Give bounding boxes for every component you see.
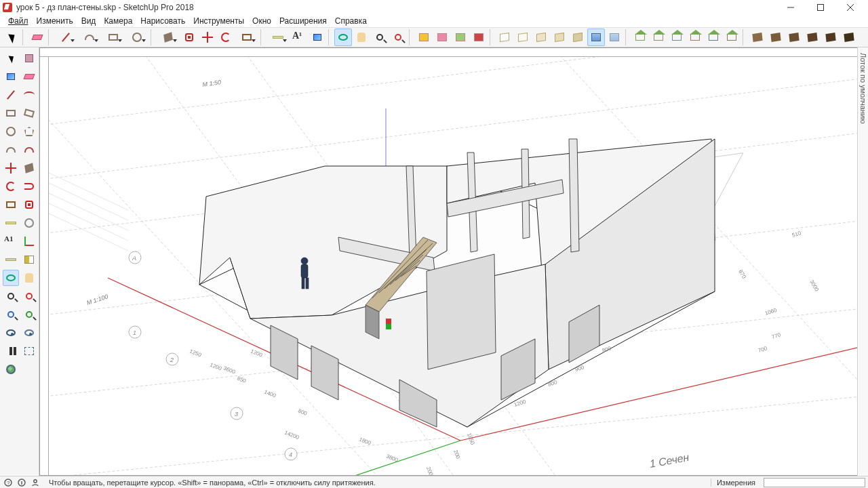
help-icon[interactable]: ? [3, 477, 14, 488]
solid-trim-button[interactable] [822, 28, 840, 46]
menu-edit[interactable]: Изменить [33, 16, 77, 26]
workspace: A1 [0, 47, 868, 476]
svg-rect-1 [818, 5, 824, 11]
paint-bucket-button[interactable] [309, 28, 326, 46]
svg-point-87 [34, 479, 37, 482]
side-rotate-button[interactable] [3, 178, 19, 195]
user-icon[interactable] [30, 477, 41, 488]
rectangle-tool-button[interactable] [102, 28, 125, 46]
close-button[interactable] [835, 0, 865, 15]
side-rect-button[interactable] [3, 105, 19, 121]
orbit-button[interactable] [334, 28, 352, 46]
style-wire-button[interactable] [496, 28, 513, 46]
tray-tab[interactable]: Лоток по умолчанию [857, 47, 868, 476]
menu-camera[interactable]: Камера [100, 16, 136, 26]
solid-split-button[interactable] [840, 28, 858, 46]
side-orbit-button[interactable] [3, 270, 19, 286]
side-axes-button[interactable] [21, 233, 37, 249]
solid-intersect-button[interactable] [767, 28, 785, 46]
view-iso-button[interactable] [631, 28, 649, 46]
viewport[interactable]: М 1:100 М 1:50 1 Сечен 1200 850 1400 800… [39, 47, 868, 476]
measurements-input[interactable] [764, 478, 865, 487]
menu-tools[interactable]: Инструменты [189, 16, 248, 26]
style-shaded-button[interactable] [532, 28, 550, 46]
menu-draw[interactable]: Нарисовать [136, 16, 189, 26]
window-title: урок 5 - дз план-стены.skp - SketchUp Pr… [16, 3, 776, 12]
side-pan-button[interactable] [21, 270, 37, 286]
arc-tool-button[interactable] [78, 28, 101, 46]
info-icon[interactable] [16, 477, 27, 488]
side-walk-button[interactable] [3, 343, 19, 359]
view-front-button[interactable] [668, 28, 686, 46]
side-section-button[interactable] [21, 251, 37, 268]
3dwarehouse-2-button[interactable] [433, 28, 451, 46]
move-button[interactable] [199, 28, 216, 46]
push-pull-button[interactable] [157, 28, 180, 46]
3dwarehouse-3-button[interactable] [452, 28, 469, 46]
side-rotrect-button[interactable] [21, 105, 37, 121]
side-freehand-button[interactable] [21, 87, 37, 103]
side-tape-button[interactable] [3, 215, 19, 231]
side-circle-button[interactable] [3, 123, 19, 140]
side-followme-button[interactable] [21, 178, 37, 195]
side-eraser-button[interactable] [21, 68, 37, 85]
text-tool-button[interactable]: A¹ [290, 28, 308, 46]
side-pushpull-button[interactable] [21, 160, 37, 176]
side-dimension-button[interactable] [3, 251, 19, 268]
line-tool-button[interactable] [54, 28, 77, 46]
style-tex-button[interactable] [551, 28, 568, 46]
menu-extensions[interactable]: Расширения [275, 16, 331, 26]
select-cursor-button[interactable] [3, 28, 20, 46]
minimize-button[interactable] [776, 0, 806, 15]
ext-warehouse-button[interactable] [470, 28, 488, 46]
zoom-button[interactable] [371, 28, 389, 46]
eraser-button[interactable] [28, 28, 46, 46]
view-right-button[interactable] [686, 28, 704, 46]
menu-view[interactable]: Вид [77, 16, 100, 26]
side-zoom-button[interactable] [3, 288, 19, 304]
side-select-button[interactable] [3, 50, 19, 66]
view-top-button[interactable] [650, 28, 667, 46]
side-protractor-button[interactable] [21, 215, 37, 231]
app-icon [3, 3, 12, 12]
style-mono-button[interactable] [569, 28, 587, 46]
side-move-button[interactable] [3, 160, 19, 176]
view-back-button[interactable] [705, 28, 722, 46]
side-prevview-button[interactable] [21, 306, 37, 323]
side-line-button[interactable] [3, 87, 19, 103]
side-offset-button[interactable] [21, 197, 37, 213]
maximize-button[interactable] [806, 0, 835, 15]
side-paint-button[interactable] [3, 68, 19, 85]
side-polygon-button[interactable] [21, 123, 37, 140]
side-component-button[interactable] [21, 50, 37, 66]
menu-file[interactable]: Файл [4, 16, 33, 26]
view-left-button[interactable] [723, 28, 741, 46]
circle-tool-button[interactable] [125, 28, 149, 46]
menu-help[interactable]: Справка [331, 16, 371, 26]
side-zoomwin-button[interactable] [21, 288, 37, 304]
side-arc2-button[interactable] [21, 142, 37, 158]
3dwarehouse-1-button[interactable] [415, 28, 433, 46]
zoom-extents-button[interactable] [389, 28, 407, 46]
offset-button[interactable] [180, 28, 198, 46]
pan-button[interactable] [353, 28, 370, 46]
side-lookaround-button[interactable] [21, 325, 37, 341]
side-zoomext-button[interactable] [3, 306, 19, 323]
side-poscamera-button[interactable] [3, 325, 19, 341]
side-xray-button[interactable] [21, 343, 37, 359]
side-scale-button[interactable] [3, 197, 19, 213]
style-color-button[interactable] [587, 28, 605, 46]
menu-window[interactable]: Окно [248, 16, 275, 26]
side-geo-button[interactable] [3, 361, 19, 378]
menubar: Файл Изменить Вид Камера Нарисовать Инст… [0, 15, 868, 27]
solid-outer-button[interactable] [749, 28, 766, 46]
side-arc-button[interactable] [3, 142, 19, 158]
solid-union-button[interactable] [785, 28, 803, 46]
scale-button[interactable] [235, 28, 258, 46]
rotate-button[interactable] [217, 28, 235, 46]
style-hidden-button[interactable] [514, 28, 532, 46]
side-text-button[interactable]: A1 [3, 233, 19, 249]
solid-subtract-button[interactable] [804, 28, 821, 46]
tape-measure-button[interactable] [267, 28, 290, 46]
style-xray-button[interactable] [606, 28, 623, 46]
